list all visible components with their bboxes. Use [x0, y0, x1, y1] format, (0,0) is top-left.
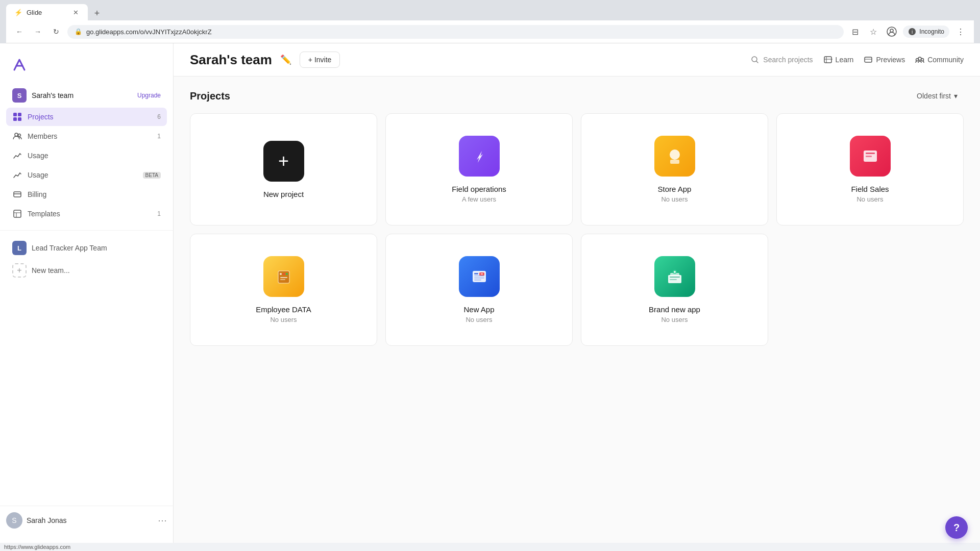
sidebar-item-members[interactable]: Members 1	[6, 127, 167, 145]
employee-data-name: Employee DATA	[256, 305, 311, 314]
svg-rect-44	[670, 277, 680, 278]
refresh-button[interactable]: ↻	[49, 24, 63, 39]
page-title: Sarah's team	[190, 52, 272, 68]
employee-data-icon	[263, 256, 304, 297]
team-item-sarahs-team[interactable]: S Sarah's team Upgrade	[6, 84, 167, 107]
usage-label: Usage	[28, 152, 161, 160]
new-project-card[interactable]: + New project	[190, 113, 377, 226]
cast-icon[interactable]: ⊟	[848, 24, 862, 39]
previews-icon	[864, 55, 873, 64]
employee-data-users: No users	[270, 316, 297, 323]
field-sales-icon	[850, 136, 891, 177]
new-project-label: New project	[263, 190, 304, 198]
browser-actions: ⊟ ☆ i Incognito ⋮	[848, 24, 968, 39]
projects-icon	[12, 112, 22, 122]
projects-badge: 6	[157, 113, 161, 120]
svg-rect-5	[18, 113, 21, 116]
members-badge: 1	[157, 133, 161, 140]
sidebar-footer[interactable]: S Sarah Jonas ⋯	[0, 506, 173, 535]
sidebar-item-usage-beta[interactable]: Usage BETA	[6, 166, 167, 184]
projects-grid: + New project Field operations A few use…	[190, 113, 964, 346]
previews-label: Previews	[876, 56, 905, 64]
sidebar-item-usage[interactable]: Usage	[6, 146, 167, 165]
upgrade-button[interactable]: Upgrade	[137, 92, 161, 99]
store-app-users: No users	[661, 195, 688, 203]
new-team-plus-icon: +	[12, 263, 27, 278]
project-card-new-app[interactable]: New App No users	[385, 234, 573, 346]
svg-point-1	[890, 29, 893, 32]
templates-badge: 1	[157, 210, 161, 217]
edit-title-icon[interactable]: ✏️	[280, 54, 291, 65]
forward-button[interactable]: →	[31, 24, 45, 39]
field-operations-users: A few users	[462, 195, 496, 203]
sort-label: Oldest first	[917, 92, 951, 100]
lock-icon: 🔒	[75, 28, 82, 35]
svg-text:i: i	[912, 29, 913, 35]
lead-tracker-label: Lead Tracker App Team	[32, 244, 107, 252]
field-sales-name: Field Sales	[851, 185, 889, 193]
community-link[interactable]: Community	[915, 55, 964, 64]
menu-icon[interactable]: ⋮	[953, 24, 968, 39]
field-operations-icon	[459, 136, 500, 177]
svg-rect-38	[474, 276, 484, 277]
svg-rect-12	[14, 210, 21, 217]
tab-close-button[interactable]: ✕	[71, 8, 80, 16]
svg-point-32	[283, 273, 285, 275]
svg-rect-35	[280, 279, 285, 280]
community-icon	[915, 55, 924, 64]
brand-new-app-users: No users	[661, 316, 688, 323]
team-name-label: Sarah's team	[32, 91, 132, 99]
more-options-button[interactable]: ⋯	[158, 515, 167, 526]
address-bar[interactable]: 🔒 go.glideapps.com/o/vvJNYITxjzzA0okjckr…	[67, 25, 844, 39]
search-placeholder: Search projects	[763, 56, 813, 64]
svg-point-33	[286, 273, 288, 275]
projects-section-title: Projects	[190, 90, 230, 102]
svg-rect-25	[670, 160, 679, 164]
header-actions: Search projects Learn Previews	[751, 55, 964, 64]
url-text: go.glideapps.com/o/vvJNYITxjzzA0okjckrZ	[86, 28, 212, 36]
field-operations-name: Field operations	[452, 185, 506, 193]
sidebar-item-billing[interactable]: Billing	[6, 185, 167, 204]
project-card-brand-new-app[interactable]: Brand new app No users	[581, 234, 768, 346]
bookmark-icon[interactable]: ☆	[866, 24, 880, 39]
svg-rect-17	[824, 57, 831, 63]
project-card-employee-data[interactable]: Employee DATA No users	[190, 234, 377, 346]
brand-new-app-icon	[654, 256, 695, 297]
search-projects-input[interactable]: Search projects	[751, 56, 813, 64]
svg-point-24	[670, 149, 680, 160]
help-button[interactable]: ?	[945, 516, 968, 539]
incognito-button[interactable]: i Incognito	[903, 26, 949, 38]
learn-link[interactable]: Learn	[823, 55, 854, 64]
previews-link[interactable]: Previews	[864, 55, 905, 64]
project-card-field-sales[interactable]: Field Sales No users	[776, 113, 964, 226]
status-bar: https://www.glideapps.com	[0, 543, 980, 551]
section-header: Projects Oldest first ▾	[190, 89, 964, 103]
svg-rect-37	[474, 273, 478, 274]
new-app-users: No users	[465, 316, 492, 323]
svg-rect-27	[866, 153, 875, 154]
sidebar-item-lead-tracker[interactable]: L Lead Tracker App Team	[6, 237, 167, 259]
project-card-field-operations[interactable]: Field operations A few users	[385, 113, 573, 226]
sidebar-item-templates[interactable]: Templates 1	[6, 205, 167, 223]
user-avatar: S	[6, 512, 22, 529]
search-icon	[751, 56, 759, 64]
invite-button[interactable]: + Invite	[300, 52, 340, 68]
svg-line-16	[756, 61, 758, 63]
sort-dropdown[interactable]: Oldest first ▾	[911, 89, 964, 103]
sidebar-item-new-team[interactable]: + New team...	[6, 259, 167, 282]
brand-new-app-name: Brand new app	[649, 305, 700, 314]
members-icon	[12, 131, 22, 141]
new-tab-button[interactable]: +	[90, 6, 104, 20]
store-app-name: Store App	[658, 185, 692, 193]
sidebar-item-projects[interactable]: Projects 6	[6, 108, 167, 126]
svg-point-8	[15, 133, 18, 136]
learn-icon	[823, 55, 832, 64]
billing-icon	[12, 189, 22, 199]
active-tab[interactable]: ⚡ Glide ✕	[6, 4, 88, 20]
back-button[interactable]: ←	[12, 24, 27, 39]
templates-icon	[12, 209, 22, 219]
profile-icon[interactable]	[885, 24, 899, 39]
tab-favicon: ⚡	[14, 8, 22, 16]
project-card-store-app[interactable]: Store App No users	[581, 113, 768, 226]
content-area: Projects Oldest first ▾ + New project	[174, 77, 980, 358]
